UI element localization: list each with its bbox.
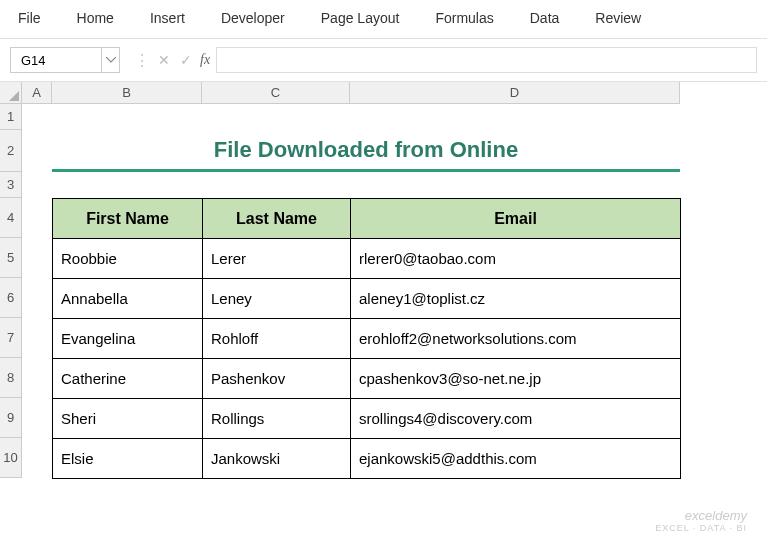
table-cell[interactable]: ejankowski5@addthis.com <box>351 439 681 479</box>
ribbon-tabs: FileHomeInsertDeveloperPage LayoutFormul… <box>0 0 767 39</box>
table-cell[interactable]: rlerer0@taobao.com <box>351 239 681 279</box>
select-all-corner[interactable] <box>0 82 22 104</box>
ribbon-tab-data[interactable]: Data <box>512 6 578 30</box>
table-cell[interactable]: cpashenkov3@so-net.ne.jp <box>351 359 681 399</box>
table-cell[interactable]: Elsie <box>53 439 203 479</box>
table-cell[interactable]: aleney1@toplist.cz <box>351 279 681 319</box>
ribbon-tab-developer[interactable]: Developer <box>203 6 303 30</box>
cancel-formula-icon[interactable]: ✕ <box>156 52 172 68</box>
table-row: RoobbieLererrlerer0@taobao.com <box>53 239 681 279</box>
row-header-1[interactable]: 1 <box>0 104 22 130</box>
ribbon-tab-formulas[interactable]: Formulas <box>417 6 511 30</box>
ribbon-tab-home[interactable]: Home <box>59 6 132 30</box>
table-cell[interactable]: Rollings <box>203 399 351 439</box>
table-cell[interactable]: Rohloff <box>203 319 351 359</box>
table-row: ElsieJankowskiejankowski5@addthis.com <box>53 439 681 479</box>
divider-icon: ⋮ <box>134 51 150 70</box>
row-header-10[interactable]: 10 <box>0 438 22 478</box>
row-header-4[interactable]: 4 <box>0 198 22 238</box>
table-cell[interactable]: Leney <box>203 279 351 319</box>
table-cell[interactable]: Jankowski <box>203 439 351 479</box>
table-cell[interactable]: erohloff2@networksolutions.com <box>351 319 681 359</box>
enter-formula-icon[interactable]: ✓ <box>178 52 194 68</box>
ribbon-tab-page-layout[interactable]: Page Layout <box>303 6 418 30</box>
table-cell[interactable]: Evangelina <box>53 319 203 359</box>
table-row: CatherinePashenkovcpashenkov3@so-net.ne.… <box>53 359 681 399</box>
column-header-B[interactable]: B <box>52 82 202 104</box>
table-cell[interactable]: Pashenkov <box>203 359 351 399</box>
ribbon-tab-insert[interactable]: Insert <box>132 6 203 30</box>
name-box-dropdown-icon[interactable] <box>101 48 119 72</box>
table-header[interactable]: Last Name <box>203 199 351 239</box>
column-header-C[interactable]: C <box>202 82 350 104</box>
row-header-5[interactable]: 5 <box>0 238 22 278</box>
row-header-3[interactable]: 3 <box>0 172 22 198</box>
table-cell[interactable]: Annabella <box>53 279 203 319</box>
name-box-value[interactable]: G14 <box>11 51 101 70</box>
column-header-D[interactable]: D <box>350 82 680 104</box>
table-cell[interactable]: Lerer <box>203 239 351 279</box>
table-cell[interactable]: Catherine <box>53 359 203 399</box>
watermark: exceldemy EXCEL · DATA · BI <box>655 508 747 534</box>
table-cell[interactable]: srollings4@discovery.com <box>351 399 681 439</box>
fx-icon[interactable]: fx <box>200 52 210 68</box>
table-row: EvangelinaRohlofferohloff2@networksoluti… <box>53 319 681 359</box>
column-header-A[interactable]: A <box>22 82 52 104</box>
table-header[interactable]: Email <box>351 199 681 239</box>
table-row: AnnabellaLeneyaleney1@toplist.cz <box>53 279 681 319</box>
row-header-7[interactable]: 7 <box>0 318 22 358</box>
row-header-8[interactable]: 8 <box>0 358 22 398</box>
table-cell[interactable]: Sheri <box>53 399 203 439</box>
formula-input[interactable] <box>216 47 757 73</box>
table-cell[interactable]: Roobbie <box>53 239 203 279</box>
table-row: SheriRollingssrollings4@discovery.com <box>53 399 681 439</box>
data-table: First NameLast NameEmailRoobbieLererrler… <box>52 198 681 479</box>
formula-bar: G14 ⋮ ✕ ✓ fx <box>0 39 767 82</box>
row-header-6[interactable]: 6 <box>0 278 22 318</box>
ribbon-tab-file[interactable]: File <box>0 6 59 30</box>
row-header-9[interactable]: 9 <box>0 398 22 438</box>
table-header[interactable]: First Name <box>53 199 203 239</box>
row-header-2[interactable]: 2 <box>0 130 22 172</box>
name-box[interactable]: G14 <box>10 47 120 73</box>
ribbon-tab-review[interactable]: Review <box>577 6 659 30</box>
sheet-title[interactable]: File Downloaded from Online <box>52 130 680 172</box>
